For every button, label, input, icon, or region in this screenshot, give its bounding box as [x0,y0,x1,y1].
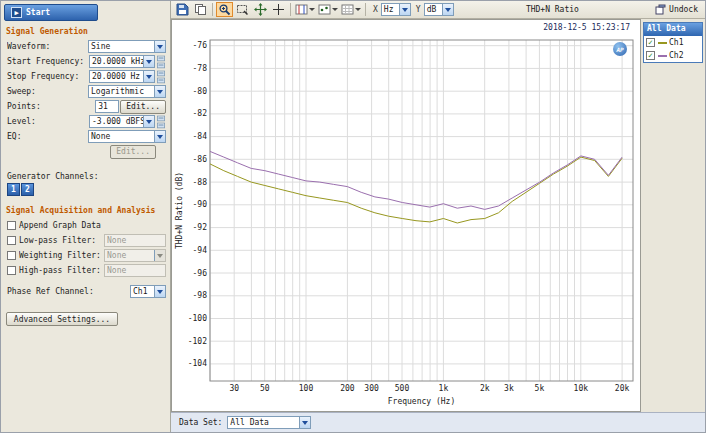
svg-text:Frequency (Hz): Frequency (Hz) [388,397,455,406]
cursor-tools-dropdown[interactable] [294,2,316,17]
points-input[interactable]: 31 [95,100,119,113]
zoom-in-icon[interactable] [216,2,233,17]
svg-text:-102: -102 [188,337,207,346]
eq-combobox[interactable]: None [88,130,166,143]
chevron-down-icon[interactable] [399,4,410,15]
low-pass-filter-value: None [105,235,165,246]
svg-text:-96: -96 [193,269,208,278]
chevron-down-icon[interactable] [299,417,310,428]
start-frequency-spinner[interactable] [156,55,166,68]
waveform-value: Sine [89,41,154,52]
crosshair-cursor-icon[interactable] [270,2,287,17]
chevron-down-icon[interactable] [154,286,165,297]
chevron-down-icon[interactable] [442,4,453,15]
undock-button[interactable]: Undock [651,2,702,17]
data-set-combobox[interactable]: All Data [227,416,311,429]
x-axis-toolbar-label: X [373,5,378,14]
chevron-down-icon[interactable] [154,86,165,97]
chevron-down-icon[interactable] [154,131,165,142]
stop-frequency-spinner[interactable] [156,70,166,83]
spin-up-icon[interactable] [158,73,163,74]
svg-text:THD+N Ratio (dB): THD+N Ratio (dB) [175,172,184,249]
start-button[interactable]: ▶ Start [4,4,98,21]
points-edit-button[interactable]: Edit... [120,100,166,114]
signal-acquisition-header: Signal Acquisition and Analysis [6,206,170,215]
y-units-combobox[interactable]: dB [424,3,454,16]
chevron-down-icon[interactable] [143,56,154,67]
svg-text:-94: -94 [193,246,208,255]
level-combobox[interactable]: -3.000 dBFS [89,115,155,128]
generator-channel-2-button[interactable]: 2 [21,183,34,196]
svg-text:-100: -100 [188,314,207,323]
ch1-visibility-checkbox[interactable]: ✓ [646,38,655,47]
chart-title: THD+N Ratio [455,5,650,14]
legend-item-ch1: ✓Ch1 [644,36,702,49]
svg-text:2k: 2k [480,384,490,393]
phase-ref-combobox[interactable]: Ch1 [130,285,166,298]
data-set-value: All Data [228,417,299,428]
field-row-start-frequency: Start Frequency:20.0000 kHz [7,55,166,68]
copy-icon[interactable] [192,2,209,17]
main-area: X Hz Y dB THD+N Ratio Undock -76-78-80-8… [171,1,705,432]
start-frequency-label: Start Frequency: [7,57,89,66]
data-set-bar: Data Set: All Data [171,412,705,432]
svg-text:300: 300 [364,384,379,393]
advanced-settings-button[interactable]: Advanced Settings... [6,312,118,326]
display-tools-dropdown[interactable] [340,2,362,17]
svg-text:-88: -88 [193,178,208,187]
generator-channel-1-button[interactable]: 1 [7,183,20,196]
y-units-value: dB [425,4,442,15]
start-frequency-combobox[interactable]: 20.0000 kHz [89,55,155,68]
chevron-down-icon[interactable] [154,41,165,52]
plot-area[interactable]: -76-78-80-82-84-86-88-90-92-94-96-98-100… [172,20,642,411]
high-pass-filter-checkbox[interactable] [7,266,16,275]
waveform-combobox[interactable]: Sine [88,40,166,53]
zoom-box-icon[interactable] [234,2,251,17]
svg-text:500: 500 [395,384,410,393]
sweep-value: Logarithmic [89,86,154,97]
signal-acquisition-fields: Append Graph DataLow-pass Filter:NoneWei… [1,217,170,277]
stop-frequency-value: 20.0000 Hz [90,71,143,82]
toolbar-separator [365,3,366,16]
high-pass-filter-field: None [104,264,166,277]
phase-ref-row: Phase Ref Channel: Ch1 [7,285,166,298]
save-icon[interactable] [174,2,191,17]
graph-toolbar: X Hz Y dB THD+N Ratio Undock [171,1,705,19]
high-pass-filter-label: High-pass Filter: [19,266,104,275]
field-row-stop-frequency: Stop Frequency:20.0000 Hz [7,70,166,83]
spin-up-icon[interactable] [158,118,163,119]
chevron-down-icon[interactable] [143,116,154,127]
stop-frequency-combobox[interactable]: 20.0000 Hz [89,70,155,83]
spin-up-icon[interactable] [158,58,163,59]
y-axis-toolbar-label: Y [416,5,421,14]
spin-down-icon[interactable] [158,79,163,80]
append-graph-data-checkbox[interactable] [7,221,16,230]
high-pass-filter-value: None [105,265,165,276]
weighting-filter-field: None [104,249,166,262]
svg-text:-78: -78 [193,64,208,73]
sweep-combobox[interactable]: Logarithmic [88,85,166,98]
pan-icon[interactable] [252,2,269,17]
spin-down-icon[interactable] [158,64,163,65]
stop-frequency-label: Stop Frequency: [7,72,89,81]
x-units-combobox[interactable]: Hz [381,3,411,16]
marker-tools-dropdown[interactable] [317,2,339,17]
undock-label: Undock [669,5,698,14]
svg-text:-80: -80 [193,87,208,96]
ch2-visibility-checkbox[interactable]: ✓ [646,51,655,60]
svg-text:-92: -92 [193,223,208,232]
svg-text:30: 30 [229,384,239,393]
level-spinner[interactable] [156,115,166,128]
start-frequency-value: 20.0000 kHz [90,56,143,67]
spin-down-icon[interactable] [158,124,163,125]
undock-icon [655,4,666,15]
weighting-filter-label: Weighting Filter: [19,251,104,260]
legend-label: Ch2 [669,51,683,60]
chevron-down-icon[interactable] [143,71,154,82]
weighting-filter-checkbox[interactable] [7,251,16,260]
low-pass-filter-checkbox[interactable] [7,236,16,245]
legend-panel: All Data ✓Ch1✓Ch2 [643,22,703,63]
signal-generation-header: Signal Generation [6,27,170,36]
field-row-sweep: Sweep:Logarithmic [7,85,166,98]
field-row-points: Points:31Edit... [7,100,166,113]
